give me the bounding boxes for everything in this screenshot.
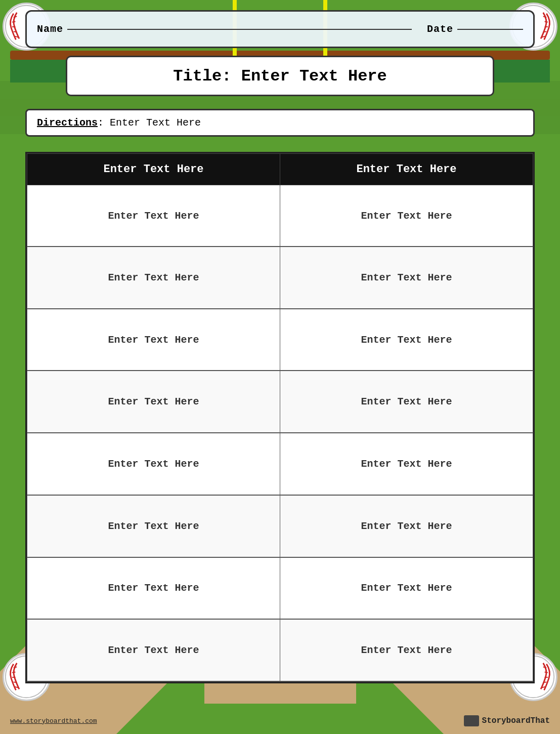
svg-line-2 xyxy=(12,22,16,22)
svg-line-14 xyxy=(12,672,16,673)
table-container: Enter Text Here Enter Text Here Enter Te… xyxy=(25,152,535,683)
svg-line-8 xyxy=(545,22,548,22)
table-row: Enter Text Here Enter Text Here xyxy=(27,247,533,309)
cell-7-1[interactable]: Enter Text Here xyxy=(27,557,280,620)
footer-brand: StoryboardThat xyxy=(464,715,550,726)
svg-line-4 xyxy=(14,31,17,32)
table-row: Enter Text Here Enter Text Here xyxy=(27,619,533,681)
footer: www.storyboardthat.com StoryboardThat xyxy=(10,715,550,726)
table-row: Enter Text Here Enter Text Here xyxy=(27,371,533,433)
cell-4-2[interactable]: Enter Text Here xyxy=(280,371,533,433)
date-label: Date xyxy=(427,23,453,35)
cell-8-1[interactable]: Enter Text Here xyxy=(27,619,280,681)
title-box[interactable]: Title: Enter Text Here xyxy=(66,56,494,96)
cell-1-2[interactable]: Enter Text Here xyxy=(280,185,533,247)
name-section: Name xyxy=(37,23,412,35)
table-row: Enter Text Here Enter Text Here xyxy=(27,433,533,495)
directions-label: Directions xyxy=(37,117,98,129)
date-line xyxy=(457,29,523,30)
svg-line-22 xyxy=(543,682,547,682)
cell-4-1[interactable]: Enter Text Here xyxy=(27,371,280,433)
header-row: Enter Text Here Enter Text Here xyxy=(27,154,533,185)
footer-url: www.storyboardthat.com xyxy=(10,717,97,725)
svg-line-20 xyxy=(545,672,548,673)
cell-2-1[interactable]: Enter Text Here xyxy=(27,247,280,309)
svg-line-16 xyxy=(14,682,17,682)
cell-5-1[interactable]: Enter Text Here xyxy=(27,433,280,495)
cell-6-2[interactable]: Enter Text Here xyxy=(280,495,533,557)
directions-box[interactable]: Directions: Enter Text Here xyxy=(25,109,535,137)
cell-1-1[interactable]: Enter Text Here xyxy=(27,185,280,247)
brand-icon xyxy=(464,715,479,726)
header-col-2: Enter Text Here xyxy=(280,154,533,185)
table-row: Enter Text Here Enter Text Here xyxy=(27,185,533,247)
table-row: Enter Text Here Enter Text Here xyxy=(27,557,533,620)
svg-line-10 xyxy=(543,31,547,32)
table-row: Enter Text Here Enter Text Here xyxy=(27,495,533,557)
page: Name Date Title: Enter Text Here Directi… xyxy=(0,0,560,734)
directions-value: Enter Text Here xyxy=(110,117,201,129)
header-col-1: Enter Text Here xyxy=(27,154,280,185)
date-section: Date xyxy=(427,23,523,35)
cell-5-2[interactable]: Enter Text Here xyxy=(280,433,533,495)
title-text: Title: Enter Text Here xyxy=(173,67,386,86)
directions-text: Directions: Enter Text Here xyxy=(37,117,201,129)
cell-3-2[interactable]: Enter Text Here xyxy=(280,309,533,371)
main-table: Enter Text Here Enter Text Here Enter Te… xyxy=(27,153,533,682)
table-body: Enter Text Here Enter Text Here Enter Te… xyxy=(27,185,533,682)
table-row: Enter Text Here Enter Text Here xyxy=(27,309,533,371)
table-header: Enter Text Here Enter Text Here xyxy=(27,154,533,185)
cell-6-1[interactable]: Enter Text Here xyxy=(27,495,280,557)
cell-3-1[interactable]: Enter Text Here xyxy=(27,309,280,371)
name-line xyxy=(67,29,412,30)
brand-name: StoryboardThat xyxy=(482,716,550,725)
name-label: Name xyxy=(37,23,63,35)
cell-7-2[interactable]: Enter Text Here xyxy=(280,557,533,620)
cell-8-2[interactable]: Enter Text Here xyxy=(280,619,533,681)
cell-2-2[interactable]: Enter Text Here xyxy=(280,247,533,309)
header-bar: Name Date xyxy=(25,10,535,48)
